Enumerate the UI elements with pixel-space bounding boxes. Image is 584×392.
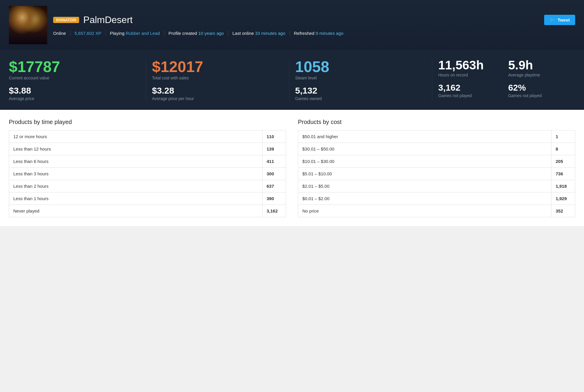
row-label: Never played — [9, 205, 262, 217]
time-played-title: Products by time played — [9, 119, 286, 125]
lastonline-value: 33 minutes ago — [255, 31, 286, 36]
table-row: Never played3,162 — [9, 205, 286, 217]
cost-table: $50.01 and higher1$30.01 – $50.008$10.01… — [298, 130, 575, 217]
refreshed-value: 9 minutes ago — [316, 31, 343, 36]
table-row: $2.01 – $5.001,918 — [298, 180, 575, 192]
games-not-played-pct-subgroup: 62% Games not played — [508, 83, 569, 98]
hours-on-record-subgroup: 11,563h Hours on record — [438, 59, 499, 83]
row-value: 411 — [262, 155, 286, 168]
avg-playtime-subgroup: 5.9h Average playtime — [508, 59, 569, 83]
row-label: $50.01 and higher — [298, 130, 552, 143]
stats-panel: $17787 Current account value $3.88 Avera… — [0, 50, 584, 110]
avg-price-hour-big: $3.28 — [152, 86, 283, 95]
twitter-icon: 🐦 — [549, 17, 555, 23]
row-value: 205 — [552, 155, 575, 168]
cost-title: Products by cost — [298, 119, 575, 125]
row-value: 1,918 — [552, 180, 575, 192]
playing-value[interactable]: Rubber and Lead — [126, 31, 160, 36]
row-label: Less than 12 hours — [9, 143, 262, 155]
row-value: 736 — [552, 168, 575, 180]
total-cost-label: Total cost with sales — [152, 76, 283, 80]
games-not-played-count-subgroup: 3,162 Games not played — [438, 83, 499, 98]
row-label: No price — [298, 205, 552, 217]
row-label: Less than 2 hours — [9, 180, 262, 192]
row-value: 352 — [552, 205, 575, 217]
row-label: Less than 6 hours — [9, 155, 262, 168]
row-label: $30.01 – $50.00 — [298, 143, 552, 155]
avg-price-label: Average price — [9, 96, 140, 101]
hours-double: 11,563h Hours on record 5.9h Average pla… — [438, 59, 569, 83]
hours-on-record-big: 11,563h — [438, 59, 499, 71]
table-row: Less than 2 hours637 — [9, 180, 286, 192]
row-label: 12 or more hours — [9, 130, 262, 143]
content: Products by time played 12 or more hours… — [0, 110, 584, 226]
header-stats-row: Online 5,657,602 XP Playing Rubber and L… — [53, 31, 575, 36]
table-row: Less than 1 hours390 — [9, 192, 286, 205]
row-value: 1 — [552, 130, 575, 143]
row-value: 3,162 — [262, 205, 286, 217]
table-row: $50.01 and higher1 — [298, 130, 575, 143]
steam-level-big: 1058 — [295, 59, 426, 74]
table-row: Less than 6 hours411 — [9, 155, 286, 168]
playing-stat: Playing Rubber and Lead — [106, 31, 164, 36]
row-value: 637 — [262, 180, 286, 192]
table-row: Less than 12 hours139 — [9, 143, 286, 155]
xp-stat: 5,657,602 XP — [70, 31, 106, 36]
row-label: $0.01 – $2.00 — [298, 192, 552, 205]
games-not-played-count-big: 3,162 — [438, 83, 499, 92]
playing-label: Playing — [110, 31, 125, 36]
time-played-section: Products by time played 12 or more hours… — [9, 119, 286, 217]
games-owned-big: 5,132 — [295, 86, 426, 95]
cost-section: Products by cost $50.01 and higher1$30.0… — [298, 119, 575, 217]
row-value: 110 — [262, 130, 286, 143]
row-label: $10.01 – $30.00 — [298, 155, 552, 168]
steam-level-group: 1058 Steam level 5,132 Games owned — [289, 59, 433, 101]
total-cost-group: $12017 Total cost with sales $3.28 Avera… — [146, 59, 289, 101]
games-not-played-pct-big: 62% — [508, 83, 569, 92]
table-row: No price352 — [298, 205, 575, 217]
created-label: Profile created — [169, 31, 198, 36]
row-value: 300 — [262, 168, 286, 180]
row-label: Less than 3 hours — [9, 168, 262, 180]
lastonline-stat: Last online 33 minutes ago — [228, 31, 290, 36]
header: DONATOR PalmDesert 🐦 Tweet Online 5,657,… — [0, 0, 584, 50]
avatar — [9, 6, 47, 44]
hours-on-record-label: Hours on record — [438, 73, 499, 77]
tweet-label: Tweet — [558, 17, 570, 22]
refreshed-stat: Refreshed 9 minutes ago — [290, 31, 348, 36]
tweet-button[interactable]: 🐦 Tweet — [544, 15, 575, 25]
account-value-group: $17787 Current account value $3.88 Avera… — [9, 59, 146, 101]
games-owned-label: Games owned — [295, 96, 426, 101]
title-row: DONATOR PalmDesert 🐦 Tweet — [53, 14, 575, 25]
table-row: $10.01 – $30.00205 — [298, 155, 575, 168]
account-value-big: $17787 — [9, 59, 140, 74]
row-label: Less than 1 hours — [9, 192, 262, 205]
games-not-played-pct-label: Games not played — [508, 93, 569, 98]
refreshed-label: Refreshed — [294, 31, 316, 36]
status-stat: Online — [53, 31, 70, 36]
lastonline-label: Last online — [232, 31, 255, 36]
hours-group: 11,563h Hours on record 5.9h Average pla… — [432, 59, 575, 101]
games-not-played-count-label: Games not played — [438, 93, 499, 98]
table-row: $0.01 – $2.001,929 — [298, 192, 575, 205]
row-value: 8 — [552, 143, 575, 155]
row-value: 139 — [262, 143, 286, 155]
status-text: Online — [53, 31, 66, 36]
avg-playtime-label: Average playtime — [508, 73, 569, 77]
table-row: $5.01 – $10.00736 — [298, 168, 575, 180]
donator-badge: DONATOR — [53, 17, 79, 23]
avg-price-big: $3.88 — [9, 86, 140, 95]
table-row: Less than 3 hours300 — [9, 168, 286, 180]
time-played-table: 12 or more hours110Less than 12 hours139… — [9, 130, 286, 217]
row-value: 1,929 — [552, 192, 575, 205]
created-stat: Profile created 10 years ago — [164, 31, 229, 36]
table-row: $30.01 – $50.008 — [298, 143, 575, 155]
xp-value: 5,657,602 XP — [74, 31, 101, 36]
avg-playtime-big: 5.9h — [508, 59, 569, 71]
username: PalmDesert — [83, 14, 133, 25]
games-not-played-double: 3,162 Games not played 62% Games not pla… — [438, 83, 569, 98]
row-label: $2.01 – $5.00 — [298, 180, 552, 192]
steam-level-label: Steam level — [295, 76, 426, 80]
created-value: 10 years ago — [198, 31, 224, 36]
total-cost-big: $12017 — [152, 59, 283, 74]
